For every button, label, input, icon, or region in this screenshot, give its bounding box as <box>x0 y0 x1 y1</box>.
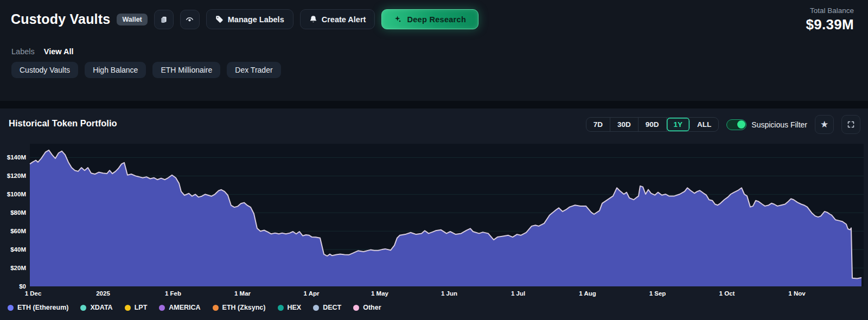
tag-icon <box>215 15 224 23</box>
copy-icon <box>159 15 168 24</box>
manage-labels-label: Manage Labels <box>228 15 284 24</box>
manage-labels-button[interactable]: Manage Labels <box>206 9 293 29</box>
section-divider <box>0 101 868 108</box>
x-tick-label: 1 Aug <box>569 290 607 297</box>
range-30d[interactable]: 30D <box>610 118 639 131</box>
copy-button[interactable] <box>154 10 174 29</box>
wallet-badge: Wallet <box>117 14 147 25</box>
fullscreen-icon <box>847 120 855 129</box>
y-tick-label: $40M <box>0 246 26 253</box>
y-tick-label: $140M <box>0 154 26 161</box>
legend-item-xdata[interactable]: XDATA <box>80 304 112 311</box>
legend-label: AMERICA <box>169 304 200 311</box>
legend-label: LPT <box>135 304 148 311</box>
legend-item-dect[interactable]: DECT <box>313 304 341 311</box>
portfolio-area-chart[interactable] <box>30 144 864 286</box>
legend-dot <box>278 305 284 311</box>
x-tick-label: 1 Nov <box>778 290 816 297</box>
legend-label: Other <box>363 304 381 311</box>
header-section: Custody Vaults Wallet Manage Labels Crea… <box>0 0 868 101</box>
legend-label: HEX <box>288 304 302 311</box>
label-chip-dex-trader[interactable]: Dex Trader <box>227 62 280 78</box>
legend-dot <box>80 305 86 311</box>
view-all-link[interactable]: View All <box>44 47 74 56</box>
toggle-knob <box>737 120 745 129</box>
suspicious-filter-toggle[interactable] <box>726 119 746 130</box>
legend-item-hex[interactable]: HEX <box>278 304 302 311</box>
deep-research-button[interactable]: Deep Research <box>381 9 478 29</box>
y-tick-label: $100M <box>0 191 26 197</box>
range-7d[interactable]: 7D <box>586 118 610 131</box>
range-all[interactable]: ALL <box>690 118 718 131</box>
sparkle-icon <box>394 15 403 24</box>
page-title: Custody Vaults <box>11 11 110 27</box>
x-tick-label: 1 Jun <box>430 290 468 297</box>
fullscreen-button[interactable] <box>841 115 860 134</box>
legend-item-other[interactable]: Other <box>353 304 381 311</box>
time-range-selector: 7D30D90D1YALL <box>586 117 719 132</box>
label-chip-high-balance[interactable]: High Balance <box>85 62 146 78</box>
y-tick-label: $0 <box>0 283 26 290</box>
legend-item-america[interactable]: AMERICA <box>159 304 200 311</box>
label-chips: Custody VaultsHigh BalanceETH Millionair… <box>11 62 281 78</box>
y-tick-label: $60M <box>0 228 26 234</box>
create-alert-label: Create Alert <box>322 15 366 24</box>
label-chip-custody-vaults[interactable]: Custody Vaults <box>11 62 78 78</box>
chart-panel: Historical Token Portfolio 7D30D90D1YALL… <box>0 108 868 320</box>
x-tick-label: 1 Jul <box>499 290 537 297</box>
legend-label: ETH (Ethereum) <box>17 304 68 311</box>
x-tick-label: 2025 <box>84 290 122 297</box>
wallet-dashboard: { "header": { "title": "Custody Vaults",… <box>0 0 868 320</box>
x-tick-label: 1 Mar <box>224 290 261 297</box>
y-tick-label: $80M <box>0 209 26 216</box>
deep-research-label: Deep Research <box>407 15 466 24</box>
watch-icon <box>185 15 194 24</box>
y-tick-label: $120M <box>0 172 26 179</box>
portfolio-chart[interactable]: $140M$120M$100M$80M$60M$40M$20M$0 1 Dec2… <box>0 140 868 300</box>
x-tick-label: 1 Feb <box>154 290 192 297</box>
legend-label: DECT <box>323 304 341 311</box>
total-balance-label: Total Balance <box>806 7 854 15</box>
legend-dot <box>353 305 359 311</box>
favorite-button[interactable]: ★ <box>815 115 834 134</box>
total-balance: Total Balance $9.39M <box>806 7 854 33</box>
watch-button[interactable] <box>180 10 200 29</box>
legend-label: ETH (Zksync) <box>222 304 266 311</box>
suspicious-filter-label: Suspicious Filter <box>751 120 807 129</box>
x-tick-label: 1 Apr <box>292 290 330 297</box>
labels-caption: Labels <box>11 47 35 56</box>
legend-label: XDATA <box>90 304 112 311</box>
legend-dot <box>313 305 319 311</box>
total-balance-value: $9.39M <box>806 16 854 33</box>
legend-dot <box>213 305 219 311</box>
area-fill <box>30 150 861 286</box>
legend-dot <box>8 305 14 311</box>
bell-icon <box>309 15 317 23</box>
star-icon: ★ <box>820 120 828 129</box>
label-chip-eth-millionaire[interactable]: ETH Millionaire <box>152 62 220 78</box>
range-90d[interactable]: 90D <box>639 118 667 131</box>
create-alert-button[interactable]: Create Alert <box>300 9 375 29</box>
legend-dot <box>125 305 131 311</box>
y-tick-label: $20M <box>0 265 26 271</box>
legend-dot <box>159 305 165 311</box>
x-tick-label: 1 Dec <box>14 290 52 297</box>
legend-item-eth-zksync-[interactable]: ETH (Zksync) <box>213 304 266 311</box>
chart-title: Historical Token Portfolio <box>9 118 117 129</box>
x-tick-label: 1 Oct <box>708 290 746 297</box>
legend-item-lpt[interactable]: LPT <box>125 304 148 311</box>
x-tick-label: 1 May <box>361 290 399 297</box>
chart-legend: ETH (Ethereum)XDATALPTAMERICAETH (Zksync… <box>8 304 381 311</box>
x-tick-label: 1 Sep <box>639 290 676 297</box>
legend-item-eth-ethereum-[interactable]: ETH (Ethereum) <box>8 304 68 311</box>
range-1y[interactable]: 1Y <box>667 118 691 131</box>
